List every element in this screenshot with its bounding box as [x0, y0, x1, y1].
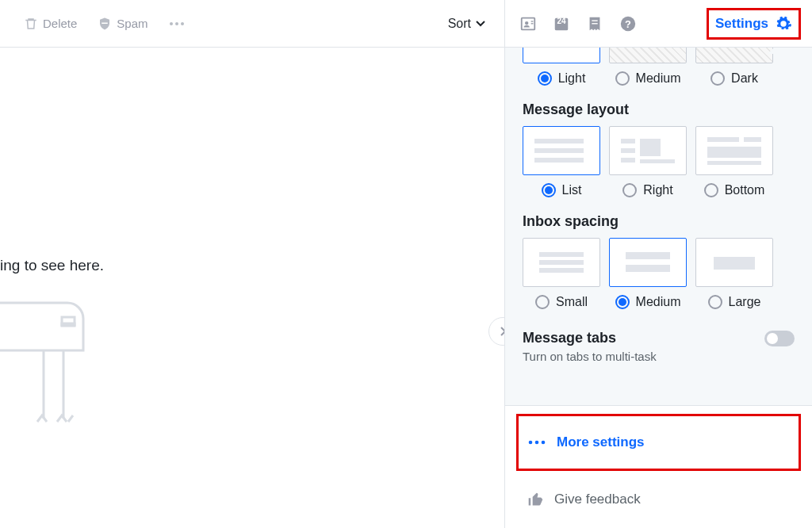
svg-rect-31 [626, 265, 670, 272]
theme-radio-light[interactable]: Light [523, 71, 600, 86]
svg-point-34 [535, 441, 539, 445]
spam-label: Spam [117, 17, 147, 30]
calendar-day-label: 24 [553, 17, 570, 25]
svg-rect-27 [539, 252, 584, 257]
svg-rect-30 [626, 252, 670, 259]
layout-thumb-bottom[interactable] [695, 126, 773, 175]
svg-rect-15 [534, 139, 584, 143]
svg-rect-20 [621, 158, 635, 163]
svg-text:?: ? [625, 17, 631, 29]
spacing-radio-large[interactable]: Large [695, 295, 773, 309]
spacing-thumb-medium[interactable] [609, 238, 687, 287]
svg-rect-32 [714, 257, 755, 270]
settings-button[interactable]: Settings [707, 8, 801, 40]
shield-icon [98, 17, 112, 31]
sort-dropdown[interactable]: Sort [448, 17, 485, 31]
delete-button[interactable]: Delete [24, 17, 77, 31]
svg-rect-9 [592, 20, 597, 21]
svg-point-3 [181, 22, 184, 25]
layout-radio-list[interactable]: List [523, 183, 600, 197]
theme-thumb-light[interactable] [523, 48, 600, 63]
give-feedback-label: Give feedback [554, 492, 641, 507]
contacts-icon[interactable] [519, 15, 537, 33]
mailbox-illustration [0, 295, 119, 441]
theme-thumb-medium[interactable] [609, 48, 687, 63]
theme-radio-dark[interactable]: Dark [695, 71, 773, 86]
calendar-icon[interactable]: 24 [553, 15, 570, 33]
dots-icon [528, 440, 546, 445]
settings-panel: Light Medium Dark Message layout List R [504, 48, 812, 528]
settings-label: Settings [715, 16, 768, 32]
more-settings-row[interactable]: More settings [516, 414, 801, 471]
trash-icon [24, 17, 38, 31]
svg-rect-25 [707, 147, 761, 158]
empty-state-text: ing to see here. [0, 257, 104, 274]
svg-point-33 [529, 441, 533, 445]
svg-point-2 [175, 22, 178, 25]
svg-point-35 [542, 441, 546, 445]
spacing-radio-small[interactable]: Small [523, 295, 600, 309]
svg-rect-16 [534, 148, 584, 153]
svg-rect-0 [102, 22, 109, 24]
layout-thumb-right[interactable] [609, 126, 687, 175]
expand-panel-button[interactable] [488, 317, 504, 346]
panel-pointer [768, 48, 783, 54]
spacing-section-title: Inbox spacing [523, 213, 795, 230]
svg-rect-28 [539, 260, 584, 265]
svg-rect-21 [640, 139, 661, 156]
thumbs-up-icon [527, 492, 543, 507]
more-actions-button[interactable] [169, 21, 185, 26]
svg-rect-14 [62, 323, 75, 326]
spam-button[interactable]: Spam [98, 17, 147, 31]
svg-rect-24 [744, 137, 761, 142]
layout-radio-bottom[interactable]: Bottom [695, 183, 773, 197]
svg-rect-22 [640, 159, 675, 163]
svg-rect-26 [707, 161, 761, 165]
theme-radio-medium[interactable]: Medium [609, 71, 687, 86]
dots-icon [169, 21, 185, 26]
delete-label: Delete [43, 17, 77, 30]
give-feedback-row[interactable]: Give feedback [516, 471, 801, 528]
tabs-toggle[interactable] [764, 331, 795, 346]
svg-rect-7 [531, 23, 534, 24]
svg-rect-17 [534, 158, 584, 163]
help-icon[interactable]: ? [619, 15, 637, 33]
spacing-thumb-large[interactable] [695, 238, 773, 287]
svg-rect-18 [621, 139, 635, 143]
svg-rect-6 [531, 21, 534, 21]
tabs-section-desc: Turn on tabs to multi-task [523, 350, 795, 363]
chevron-down-icon [476, 21, 485, 27]
svg-point-1 [170, 22, 173, 25]
gear-icon [775, 15, 792, 33]
spacing-radio-medium[interactable]: Medium [609, 295, 687, 309]
notepad-icon[interactable] [586, 15, 603, 33]
svg-rect-10 [592, 23, 597, 24]
tabs-section-title: Message tabs [523, 330, 616, 346]
svg-rect-29 [539, 268, 584, 273]
svg-rect-19 [621, 148, 635, 153]
svg-rect-23 [707, 137, 739, 142]
sort-label: Sort [448, 17, 471, 31]
more-settings-label: More settings [557, 434, 645, 450]
svg-point-5 [525, 21, 528, 24]
spacing-thumb-small[interactable] [523, 238, 600, 287]
theme-thumb-dark[interactable] [695, 48, 773, 63]
layout-radio-right[interactable]: Right [609, 183, 687, 197]
layout-thumb-list[interactable] [523, 126, 600, 175]
layout-section-title: Message layout [523, 101, 795, 118]
